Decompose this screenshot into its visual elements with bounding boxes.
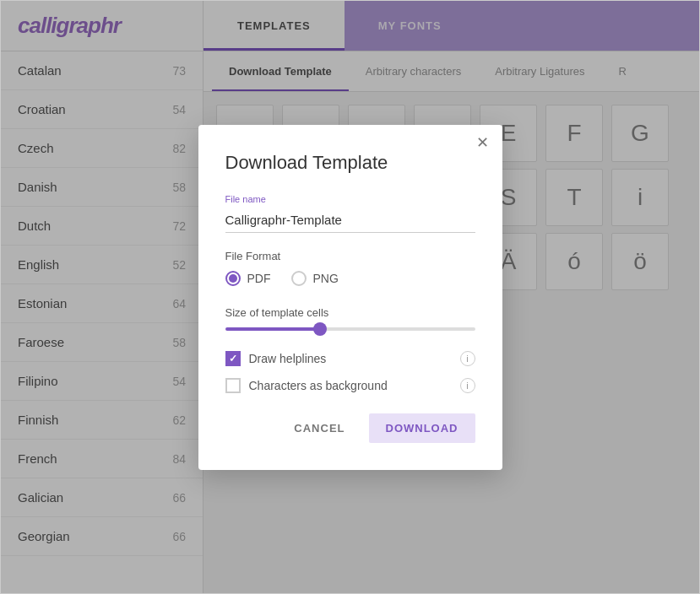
slider-thumb xyxy=(313,322,327,336)
radio-png[interactable]: PNG xyxy=(291,271,339,286)
slider-wrapper xyxy=(225,327,475,331)
checkmark-icon: ✓ xyxy=(229,353,237,364)
radio-png-label: PNG xyxy=(313,272,339,285)
modal-close-button[interactable]: ✕ xyxy=(476,135,489,150)
draw-helplines-left: ✓ Draw helplines xyxy=(225,351,327,366)
chars-background-info-icon[interactable]: i xyxy=(460,378,475,393)
radio-pdf-inner xyxy=(229,274,237,283)
chars-background-label: Characters as background xyxy=(249,379,388,392)
draw-helplines-checkbox[interactable]: ✓ xyxy=(225,351,241,366)
modal: ✕ Download Template File name File Forma… xyxy=(198,125,502,470)
draw-helplines-info-icon[interactable]: i xyxy=(460,351,475,366)
draw-helplines-label: Draw helplines xyxy=(249,352,327,365)
radio-pdf-label: PDF xyxy=(247,272,271,285)
file-name-input[interactable] xyxy=(225,208,475,233)
cancel-button[interactable]: CANCEL xyxy=(284,415,355,441)
radio-group: PDF PNG xyxy=(225,271,475,286)
download-button[interactable]: DOWNLOAD xyxy=(369,413,475,443)
draw-helplines-row: ✓ Draw helplines i xyxy=(225,351,475,366)
size-label: Size of template cells xyxy=(225,306,475,319)
modal-title: Download Template xyxy=(225,152,475,174)
size-slider[interactable] xyxy=(225,327,475,331)
modal-actions: CANCEL DOWNLOAD xyxy=(225,413,475,443)
modal-overlay: ✕ Download Template File name File Forma… xyxy=(1,1,699,593)
radio-png-circle xyxy=(291,271,307,286)
chars-background-row: Characters as background i xyxy=(225,378,475,393)
chars-background-checkbox[interactable] xyxy=(225,378,241,393)
radio-pdf[interactable]: PDF xyxy=(225,271,271,286)
file-name-label: File name xyxy=(225,194,475,204)
app-container: calligraphr TEMPLATES MY FONTS Catalan73… xyxy=(0,0,700,594)
chars-background-left: Characters as background xyxy=(225,378,388,393)
radio-pdf-circle xyxy=(225,271,241,286)
file-format-label: File Format xyxy=(225,250,475,262)
